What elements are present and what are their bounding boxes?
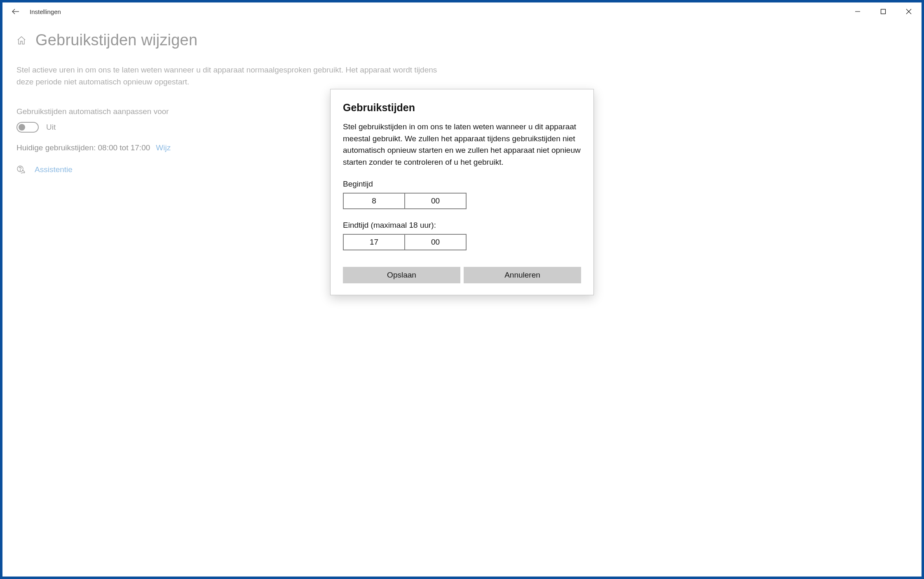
start-minute-field[interactable]: 00 bbox=[405, 193, 467, 209]
back-button[interactable] bbox=[7, 2, 25, 21]
titlebar-left: Instellingen bbox=[7, 2, 61, 21]
end-hour-field[interactable]: 17 bbox=[343, 234, 405, 250]
svg-rect-2 bbox=[881, 9, 886, 14]
svg-point-6 bbox=[20, 170, 20, 170]
toggle-knob bbox=[19, 124, 25, 131]
help-icon bbox=[16, 165, 26, 175]
page-description: Stel actieve uren in om ons te laten wet… bbox=[16, 64, 453, 88]
maximize-button[interactable] bbox=[870, 3, 896, 20]
dialog-title: Gebruikstijden bbox=[343, 102, 581, 114]
maximize-icon bbox=[880, 9, 886, 14]
settings-window: Instellingen Gebruikstijden wijzigen bbox=[2, 2, 922, 577]
active-hours-dialog: Gebruikstijden Stel gebruikstijden in om… bbox=[330, 89, 594, 295]
minimize-icon bbox=[855, 9, 861, 14]
page-title: Gebruikstijden wijzigen bbox=[35, 31, 197, 49]
app-title: Instellingen bbox=[30, 8, 61, 15]
page-header: Gebruikstijden wijzigen bbox=[16, 31, 908, 49]
start-time-picker: 8 00 bbox=[343, 193, 467, 209]
end-time-picker: 17 00 bbox=[343, 234, 467, 250]
end-time-label: Eindtijd (maximaal 18 uur): bbox=[343, 221, 581, 230]
help-link[interactable]: Assistentie bbox=[35, 165, 73, 174]
cancel-button[interactable]: Annuleren bbox=[464, 267, 581, 283]
close-icon bbox=[906, 9, 912, 14]
dialog-button-row: Opslaan Annuleren bbox=[343, 267, 581, 283]
titlebar: Instellingen bbox=[2, 2, 922, 21]
change-hours-link[interactable]: Wijz bbox=[156, 143, 171, 152]
toggle-state-label: Uit bbox=[46, 123, 56, 132]
save-button[interactable]: Opslaan bbox=[343, 267, 460, 283]
minimize-button[interactable] bbox=[845, 3, 870, 20]
end-minute-field[interactable]: 00 bbox=[405, 234, 467, 250]
window-controls bbox=[845, 3, 922, 20]
start-time-label: Begintijd bbox=[343, 180, 581, 189]
start-hour-field[interactable]: 8 bbox=[343, 193, 405, 209]
close-button[interactable] bbox=[896, 3, 922, 20]
home-icon[interactable] bbox=[16, 35, 26, 45]
arrow-left-icon bbox=[12, 7, 20, 16]
current-hours-text: Huidige gebruikstijden: 08:00 tot 17:00 bbox=[16, 143, 150, 152]
dialog-description: Stel gebruikstijden in om ons te laten w… bbox=[343, 121, 581, 168]
auto-adjust-toggle[interactable] bbox=[16, 122, 39, 133]
